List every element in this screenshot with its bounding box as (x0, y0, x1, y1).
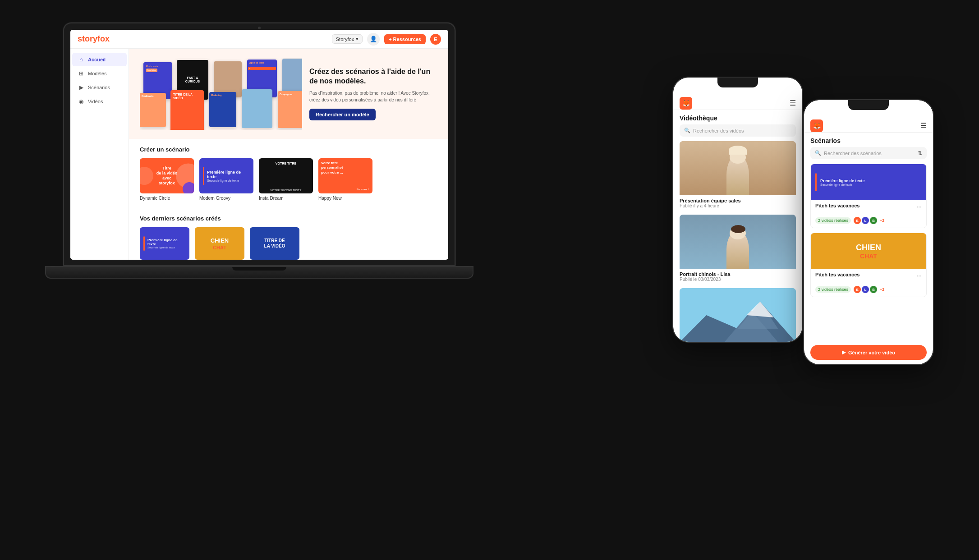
sidebar-item-modeles[interactable]: ⊞ Modèles (72, 67, 127, 80)
phone-left-screen: 🦊 ☰ Vidéothèque 🔍 Rechercher des vidéos (673, 78, 802, 342)
phone-left-body: 🦊 ☰ Vidéothèque 🔍 Rechercher des vidéos (672, 77, 803, 343)
sidebar-label-accueil: Accueil (88, 57, 106, 62)
video-date-1: Publié il y a 4 heure (680, 203, 796, 208)
recent-section-title: Vos derniers scénarios créés (140, 215, 437, 222)
template-card-modern-groovy[interactable]: Première ligne de texte Seconde ligne de… (199, 158, 253, 201)
search-placeholder: Rechercher des vidéos (693, 128, 744, 133)
template-card-dynamic-circle[interactable]: Titrede la vidéoavecstoryfox Dynamic Cir… (140, 158, 194, 201)
scenario-item-2[interactable]: CHIEN CHAT Pitch tes vacances ··· 2 vidé… (810, 233, 927, 297)
search-icon: 🔍 (684, 128, 690, 133)
sidebar-label-videos: Vidéos (88, 99, 103, 104)
video-info-2: Portrait chinois - Lisa Publié le 03/03/… (680, 269, 796, 285)
app-logo: storyfox (78, 34, 110, 44)
play-icon-gen: ▶ (842, 349, 846, 355)
avatar-l-1: L (862, 217, 869, 224)
sidebar-label-modeles: Modèles (88, 71, 107, 76)
hero-banner: Podcasts Modèles FAST &CURIOUS (129, 49, 448, 139)
more-options-2[interactable]: ··· (916, 272, 922, 279)
dc-text: Titrede la vidéoavecstoryfox (153, 166, 181, 185)
hero-templates-grid: Podcasts Modèles FAST &CURIOUS (140, 58, 302, 130)
mg-bar (203, 167, 204, 185)
videos-badge-1: 2 vidéos réalisés (815, 217, 851, 224)
video-info-1: Présentation équipe sales Publié il y a … (680, 195, 796, 211)
generate-video-button[interactable]: ▶ Générer votre vidéo (810, 345, 927, 360)
hero-title: Créez des scénarios à l'aide de l'un de … (309, 67, 437, 86)
phone-left-logo: 🦊 (680, 97, 692, 110)
chat-label: CHAT (213, 245, 226, 250)
app-sidebar: ⌂ Accueil ⊞ Modèles ▶ Scénarios (70, 49, 129, 260)
template-preview-happy-new: Votre titrepersonnalisépour votre ... En… (318, 158, 372, 193)
video-item-3[interactable] (680, 288, 796, 342)
add-resources-button[interactable]: + Ressources (384, 34, 426, 44)
scenario-item-1[interactable]: Première ligne de texte Seconde ligne de… (810, 164, 927, 228)
profile-button[interactable]: 👤 (367, 33, 380, 46)
template-preview-insta-dream: VOTRE TITRE VOTRE SECOND TEXTE (259, 158, 313, 193)
template-preview-dynamic-circle: Titrede la vidéoavecstoryfox (140, 158, 194, 193)
titre-video-label: TITRE DELA VIDÉO (264, 238, 285, 249)
template-label-modern-groovy: Modern Groovy (199, 196, 253, 201)
hero-text: Créez des scénarios à l'aide de l'un de … (309, 67, 437, 120)
videotheque-search[interactable]: 🔍 Rechercher des vidéos (680, 124, 796, 137)
video-thumb-2 (680, 215, 796, 269)
menu-icon[interactable]: ☰ (790, 99, 796, 107)
avatars-1: E L B (854, 217, 877, 224)
create-section-title: Créer un scénario (140, 146, 437, 153)
template-card-insta-dream[interactable]: VOTRE TITRE VOTRE SECOND TEXTE Insta Dre… (259, 158, 313, 201)
phone-right-body: 🦊 ☰ Scénarios 🔍 Rechercher des scénarios… (803, 99, 934, 365)
video-icon: ◉ (78, 98, 85, 105)
template-label-happy-new: Happy New (318, 196, 372, 201)
recent-scenarios-section: Vos derniers scénarios créés Première li… (129, 208, 448, 260)
chien-text-right: CHIEN (856, 243, 881, 252)
recent-card-blue-text[interactable]: Première ligne de texte Seconde ligne de… (140, 227, 189, 260)
scenario-name-2: Pitch tes vacances (815, 272, 859, 277)
scenarios-search[interactable]: 🔍 Rechercher des scénarios ⇅ (810, 147, 927, 159)
home-icon: ⌂ (78, 56, 85, 63)
sidebar-label-scenarios: Scénarios (88, 85, 110, 90)
hero-description: Pas d'inspiration, pas de problème, no a… (309, 90, 437, 103)
more-options-1[interactable]: ··· (916, 203, 922, 210)
search-icon-right: 🔍 (815, 150, 821, 156)
sidebar-item-scenarios[interactable]: ▶ Scénarios (72, 81, 127, 94)
blue-bar (815, 173, 817, 191)
template-card-happy-new[interactable]: Votre titrepersonnalisépour votre ... En… (318, 158, 372, 201)
scenario-item-header-1: Pitch tes vacances ··· (811, 200, 926, 213)
recent-card-titre[interactable]: TITRE DELA VIDÉO (250, 227, 299, 260)
phone-right-screen: 🦊 ☰ Scénarios 🔍 Rechercher des scénarios… (804, 100, 933, 364)
workspace-selector[interactable]: Storyfox ▾ (332, 34, 363, 44)
recent-card-chien[interactable]: CHIEN CHAT (195, 227, 244, 260)
laptop-base (45, 266, 473, 279)
template-preview-modern-groovy: Première ligne de texte Seconde ligne de… (199, 158, 253, 193)
scenario-name-1: Pitch tes vacances (815, 203, 859, 208)
avatars-2: E L B (854, 286, 877, 293)
avatar-e-2: E (854, 286, 861, 293)
phone-left-header: 🦊 ☰ (673, 87, 802, 110)
more-avatars-2: +2 (880, 287, 884, 292)
scene: storyfox Storyfox ▾ 👤 + Ressources E (0, 0, 979, 560)
right-menu-icon[interactable]: ☰ (920, 121, 927, 130)
sidebar-item-videos[interactable]: ◉ Vidéos (72, 95, 127, 108)
laptop-body: storyfox Storyfox ▾ 👤 + Ressources E (63, 23, 455, 266)
template-label-insta-dream: Insta Dream (259, 196, 313, 201)
scenario-text-1: Première ligne de texte Seconde ligne de… (820, 179, 865, 186)
scenarios-search-placeholder: Rechercher des scénarios (824, 151, 882, 156)
videotheque-title: Vidéothèque (673, 110, 802, 124)
scenario-info-1: 2 vidéos réalisés E L B +2 (811, 213, 926, 228)
scenarios-title: Scénarios (804, 133, 933, 147)
video-item-1[interactable]: Présentation équipe sales Publié il y a … (680, 141, 796, 211)
video-item-2[interactable]: Portrait chinois - Lisa Publié le 03/03/… (680, 215, 796, 285)
phone-left-device: 🦊 ☰ Vidéothèque 🔍 Rechercher des vidéos (672, 77, 803, 343)
scenario-item-header-2: Pitch tes vacances ··· (811, 269, 926, 282)
user-avatar[interactable]: E (430, 34, 441, 45)
avatar-b-1: B (870, 217, 877, 224)
profile-icon: 👤 (370, 36, 377, 42)
generate-label: Générer votre vidéo (848, 350, 895, 355)
avatar-l-2: L (862, 286, 869, 293)
create-scenario-section: Créer un scénario Titrede la vidéoavecst… (129, 139, 448, 208)
sidebar-item-accueil[interactable]: ⌂ Accueil (72, 53, 127, 66)
fox-icon: 🦊 (682, 100, 690, 107)
search-template-button[interactable]: Rechercher un modèle (309, 109, 376, 120)
sort-icon[interactable]: ⇅ (918, 150, 922, 156)
video-thumb-1 (680, 141, 796, 195)
video-title-2: Portrait chinois - Lisa (680, 271, 796, 277)
fox-icon-right: 🦊 (813, 122, 821, 129)
